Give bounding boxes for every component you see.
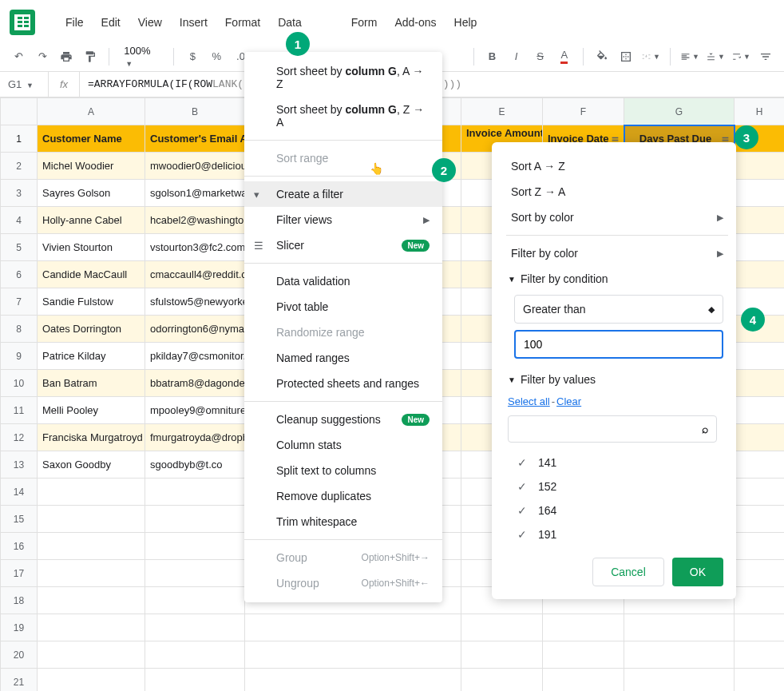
sort-sheet-asc[interactable]: Sort sheet by column G, A → Z [244, 58, 442, 97]
sort-by-color[interactable]: Sort by color▶ [506, 205, 728, 230]
cell[interactable] [735, 506, 785, 533]
split-text[interactable]: Split text to columns [244, 458, 442, 483]
filter-by-color[interactable]: Filter by color▶ [506, 240, 728, 266]
trim-whitespace[interactable]: Trim whitespace [244, 509, 442, 534]
cancel-button[interactable]: Cancel [592, 558, 664, 586]
cell[interactable]: Vivien Stourton [38, 234, 145, 261]
cell[interactable] [735, 479, 785, 506]
cell[interactable]: sgolson1@marketwatch [145, 180, 245, 207]
cell[interactable]: sfulstow5@newyorker [145, 288, 245, 316]
value-item[interactable]: ✓164 [514, 498, 728, 522]
cell[interactable] [735, 153, 785, 180]
row-header[interactable]: 12 [1, 424, 38, 451]
menu-addons[interactable]: Add-ons [388, 11, 442, 34]
sort-az[interactable]: Sort A → Z [506, 153, 728, 179]
text-color-button[interactable]: A [556, 47, 573, 66]
currency-button[interactable]: $ [184, 47, 201, 66]
cell[interactable] [145, 641, 245, 669]
menu-format[interactable]: Format [219, 11, 267, 34]
row-header[interactable]: 5 [1, 234, 38, 261]
cell[interactable] [735, 641, 785, 669]
cell[interactable]: vstourton3@fc2.com [145, 234, 245, 261]
cell[interactable]: Customer Name [38, 125, 145, 153]
undo-button[interactable]: ↶ [10, 47, 27, 66]
named-ranges[interactable]: Named ranges [244, 345, 442, 371]
ok-button[interactable]: OK [672, 558, 723, 586]
menu-file[interactable]: File [59, 11, 90, 34]
col-header-a[interactable]: A [38, 98, 145, 125]
cell[interactable] [735, 207, 785, 234]
cell[interactable]: Franciska Murgatroyd [38, 424, 145, 451]
cell[interactable]: hcabel2@washington [145, 207, 245, 234]
filter-button[interactable] [757, 47, 774, 66]
cell[interactable] [38, 560, 145, 587]
menu-edit[interactable]: Edit [95, 11, 127, 34]
clear-link[interactable]: Clear [556, 395, 581, 407]
row-header[interactable]: 7 [1, 288, 38, 316]
condition-value-input[interactable] [514, 330, 723, 359]
percent-button[interactable]: % [208, 47, 225, 66]
cell[interactable] [735, 234, 785, 261]
condition-dropdown[interactable]: Greater than◆ [514, 295, 723, 324]
col-header-e[interactable]: E [461, 98, 543, 125]
row-header[interactable]: 4 [1, 207, 38, 234]
cell[interactable]: odorrington6@nymag [145, 316, 245, 343]
col-header-f[interactable]: F [543, 98, 624, 125]
valign-button[interactable]: ▼ [706, 47, 725, 66]
col-header-h[interactable]: H [735, 98, 785, 125]
row-header[interactable]: 16 [1, 533, 38, 560]
cell[interactable] [145, 587, 245, 614]
menu-insert[interactable]: Insert [173, 11, 214, 34]
cell[interactable] [624, 641, 735, 669]
cell[interactable] [735, 180, 785, 207]
row-header[interactable]: 6 [1, 261, 38, 288]
value-item[interactable]: ✓191 [514, 522, 728, 546]
cell[interactable]: pkilday7@csmonitor. [145, 343, 245, 370]
row-header[interactable]: 19 [1, 614, 38, 641]
sort-za[interactable]: Sort Z → A [506, 179, 728, 205]
cell[interactable] [543, 669, 624, 692]
cell[interactable] [735, 614, 785, 641]
menu-help[interactable]: Help [448, 11, 484, 34]
cell[interactable]: bbatram8@dagondes [145, 370, 245, 397]
cell[interactable]: Patrice Kilday [38, 343, 145, 370]
cell[interactable] [145, 669, 245, 692]
borders-button[interactable] [617, 47, 635, 66]
cell[interactable] [38, 641, 145, 669]
cell[interactable] [461, 641, 543, 669]
filter-by-values-toggle[interactable]: ▼Filter by values [506, 367, 728, 392]
cell[interactable] [38, 669, 145, 692]
cell[interactable] [38, 533, 145, 560]
cell[interactable] [735, 397, 785, 424]
select-all-link[interactable]: Select all [508, 395, 550, 407]
row-header[interactable]: 18 [1, 587, 38, 614]
cleanup-suggestions[interactable]: Cleanup suggestionsNew [244, 407, 442, 432]
redo-button[interactable]: ↷ [34, 47, 51, 66]
cell[interactable] [735, 343, 785, 370]
cell[interactable]: cmaccaull4@reddit.c [145, 261, 245, 288]
cell[interactable]: Saxon Goodby [38, 451, 145, 479]
menu-view[interactable]: View [132, 11, 168, 34]
cell[interactable] [735, 370, 785, 397]
cell[interactable]: fmurgatroyda@dropb [145, 424, 245, 451]
row-header[interactable]: 1 [1, 125, 38, 153]
cell-reference[interactable]: G1 ▼ [0, 78, 48, 90]
row-header[interactable]: 2 [1, 153, 38, 180]
cell[interactable]: Michel Woodier [38, 153, 145, 180]
value-item[interactable]: ✓152 [514, 475, 728, 498]
cell[interactable] [38, 479, 145, 506]
cell[interactable] [145, 479, 245, 506]
menu-form[interactable]: Form [345, 11, 384, 34]
row-header[interactable]: 13 [1, 451, 38, 479]
row-header[interactable]: 14 [1, 479, 38, 506]
wrap-button[interactable]: ▼ [731, 47, 750, 66]
row-header[interactable]: 15 [1, 506, 38, 533]
merge-button[interactable]: ▼ [641, 47, 660, 66]
value-search[interactable]: ⌕ [508, 415, 717, 443]
row-header[interactable]: 9 [1, 343, 38, 370]
cell[interactable] [735, 451, 785, 479]
paint-format-button[interactable] [81, 47, 99, 66]
row-header[interactable]: 3 [1, 180, 38, 207]
cell[interactable] [145, 560, 245, 587]
filter-by-condition-toggle[interactable]: ▼Filter by condition [506, 266, 728, 292]
